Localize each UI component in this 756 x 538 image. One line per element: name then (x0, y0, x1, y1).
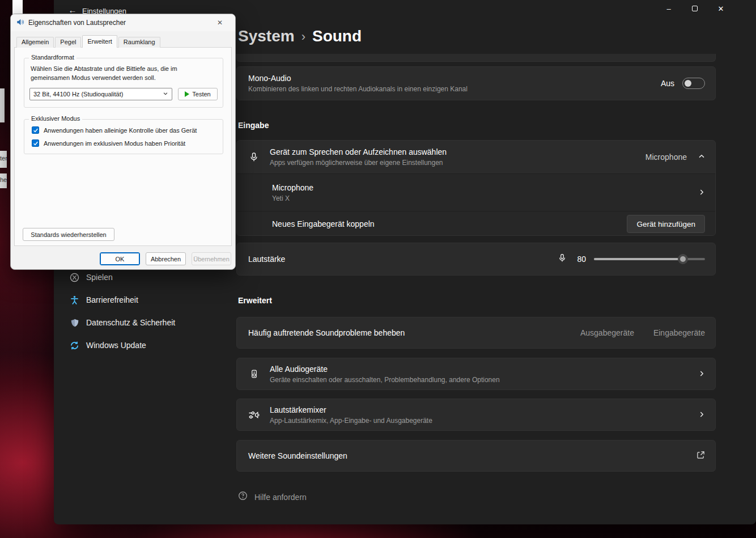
background-window-fragment (0, 88, 5, 122)
sidebar-item-label: Datenschutz & Sicherheit (86, 318, 175, 327)
tab-raumklang[interactable]: Raumklang (118, 37, 160, 48)
microphone-icon (248, 152, 260, 162)
mono-audio-toggle[interactable] (682, 78, 705, 89)
all-audio-devices-description: Geräte einschalten oder ausschalten, Pro… (270, 376, 698, 384)
minimize-button[interactable]: – (656, 0, 682, 17)
mono-audio-row: Mono-Audio Kombinieren des linken und re… (236, 66, 716, 100)
chevron-down-icon (163, 91, 168, 98)
microphone-icon (558, 253, 567, 265)
all-audio-devices-title: Alle Audiogeräte (270, 365, 698, 374)
volume-mixer-description: App-Lautstärkemix, App-Eingabe- und Ausg… (270, 417, 698, 425)
breadcrumb-separator-icon: › (301, 28, 305, 44)
exclusive-mode-group-title: Exklusiver Modus (29, 115, 82, 122)
window-controls: – ✕ (656, 0, 734, 17)
microphone-device-subtitle: Yeti X (272, 194, 698, 202)
toggle-knob-icon (685, 80, 691, 87)
chevron-right-icon (698, 410, 705, 420)
tab-pegel[interactable]: Pegel (55, 37, 81, 48)
update-icon (70, 341, 79, 350)
fragment-text: ten (0, 155, 7, 162)
page-title: Sound (312, 27, 362, 45)
sidebar-item-barrierefreiheit[interactable]: Barrierefreiheit (61, 290, 231, 310)
exclusive-control-option[interactable]: Anwendungen haben alleinige Kontrolle üb… (32, 126, 197, 134)
input-device-select-row[interactable]: Gerät zum Sprechen oder Aufzeichnen ausw… (237, 141, 715, 173)
maximize-button[interactable] (682, 0, 708, 17)
troubleshoot-row: Häufig auftretende Soundprobleme beheben… (236, 317, 716, 349)
volume-slider[interactable] (594, 253, 705, 265)
volume-row: Lautstärke 80 (236, 243, 716, 276)
previous-card-edge (236, 54, 716, 62)
format-dropdown[interactable]: 32 Bit, 44100 Hz (Studioqualität) (29, 88, 172, 100)
sidebar-item-spielen[interactable]: Spielen (61, 267, 231, 287)
pair-device-title: Neues Eingabegerät koppeln (272, 219, 375, 228)
all-audio-devices-row[interactable]: Alle Audiogeräte Geräte einschalten oder… (236, 358, 716, 390)
pair-device-row: Neues Eingabegerät koppeln Gerät hinzufü… (237, 211, 715, 236)
dialog-tab-strip: Allgemein Pegel Erweitert Raumklang (16, 36, 162, 48)
ok-button[interactable]: OK (100, 252, 140, 265)
volume-slider-thumb[interactable] (678, 254, 688, 264)
apply-button[interactable]: Übernehmen (192, 252, 231, 265)
microphone-device-row[interactable]: Microphone Yeti X (237, 173, 715, 211)
input-device-title: Gerät zum Sprechen oder Aufzeichnen ausw… (270, 147, 645, 156)
sidebar-item-label: Barrierefreiheit (86, 295, 138, 304)
mono-audio-state-label: Aus (661, 79, 674, 88)
tab-erweitert[interactable]: Erweitert (82, 35, 117, 48)
speaker-icon (16, 18, 24, 27)
troubleshoot-input-link[interactable]: Eingabegeräte (653, 328, 705, 337)
sidebar-item-label: Spielen (86, 273, 113, 282)
maximize-icon (692, 6, 698, 11)
background-window-fragment: he (0, 173, 7, 188)
volume-value: 80 (575, 255, 586, 264)
dialog-titlebar: Eigenschaften von Lautsprecher ✕ (11, 14, 235, 31)
restore-defaults-button[interactable]: Standards wiederherstellen (23, 228, 114, 241)
sidebar-item-datenschutz[interactable]: Datenschutz & Sicherheit (61, 312, 231, 333)
fragment-text: he (0, 176, 7, 183)
more-sound-settings-title: Weitere Soundeinstellungen (248, 451, 347, 460)
breadcrumb-system[interactable]: System (238, 27, 295, 45)
play-icon (185, 91, 189, 97)
input-device-group: Gerät zum Sprechen oder Aufzeichnen ausw… (236, 140, 716, 236)
exclusive-priority-label: Anwendungen im exklusiven Modus haben Pr… (44, 140, 185, 147)
microphone-device-name: Microphone (272, 183, 698, 192)
selected-input-device: Microphone (645, 152, 687, 162)
mono-audio-title: Mono-Audio (248, 74, 661, 83)
add-device-button[interactable]: Gerät hinzufügen (627, 215, 705, 233)
close-button[interactable]: ✕ (708, 0, 734, 17)
speaker-properties-dialog: Eigenschaften von Lautsprecher ✕ Allgeme… (10, 14, 236, 270)
test-button-label: Testen (192, 91, 210, 98)
help-icon (238, 491, 248, 503)
background-window-fragment: ten (0, 151, 7, 168)
troubleshoot-output-link[interactable]: Ausgabegeräte (580, 328, 634, 337)
speaker-device-icon (248, 369, 260, 379)
dialog-title: Eigenschaften von Lautsprecher (28, 19, 126, 27)
shield-icon (70, 318, 79, 328)
section-heading-input: Eingabe (238, 121, 269, 130)
more-sound-settings-row[interactable]: Weitere Soundeinstellungen (236, 440, 716, 472)
volume-mixer-title: Lautstärkemixer (270, 405, 698, 414)
exclusive-control-label: Anwendungen haben alleinige Kontrolle üb… (44, 127, 197, 134)
checkbox-checked-icon[interactable] (32, 139, 39, 147)
dialog-tab-page: Standardformat Wählen Sie die Abtastrate… (14, 47, 232, 246)
test-button[interactable]: Testen (178, 88, 218, 100)
accessibility-icon (70, 295, 79, 305)
volume-label: Lautstärke (248, 255, 285, 264)
cancel-button[interactable]: Abbrechen (146, 252, 186, 265)
troubleshoot-title: Häufig auftretende Soundprobleme beheben (248, 328, 405, 337)
breadcrumb: System › Sound (238, 27, 362, 45)
external-link-icon (696, 451, 705, 461)
section-heading-advanced: Erweitert (238, 296, 272, 305)
sidebar-item-label: Windows Update (86, 341, 146, 350)
sidebar-item-windows-update[interactable]: Windows Update (61, 335, 231, 355)
mixer-icon (248, 410, 260, 420)
dialog-close-button[interactable]: ✕ (210, 16, 230, 29)
volume-slider-fill (594, 258, 683, 260)
tab-allgemein[interactable]: Allgemein (16, 37, 54, 48)
exclusive-priority-option[interactable]: Anwendungen im exklusiven Modus haben Pr… (32, 139, 185, 147)
volume-mixer-row[interactable]: Lautstärkemixer App-Lautstärkemix, App-E… (236, 399, 716, 431)
chevron-right-icon (698, 188, 705, 198)
get-help-link[interactable]: Hilfe anfordern (238, 491, 307, 503)
format-dropdown-value: 32 Bit, 44100 Hz (Studioqualität) (33, 91, 123, 98)
input-device-description: Apps verfügen möglicherweise über eigene… (270, 159, 645, 167)
chevron-right-icon (698, 369, 705, 379)
checkbox-checked-icon[interactable] (32, 126, 39, 134)
